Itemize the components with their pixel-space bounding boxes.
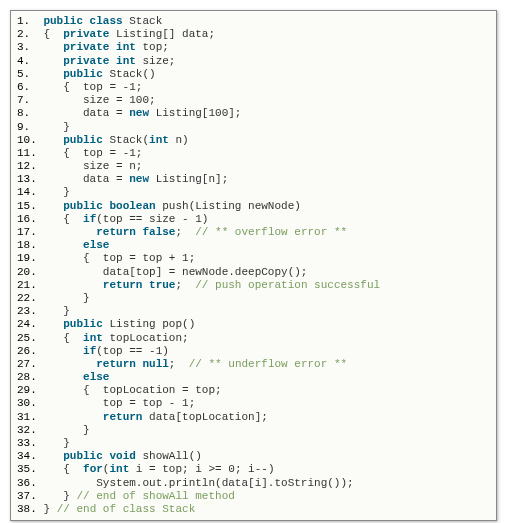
code-text <box>37 371 83 383</box>
code-text: { <box>37 213 83 225</box>
code-text: { top = -1; <box>37 147 143 159</box>
line-number: 17. <box>17 226 37 239</box>
line-number: 7. <box>17 94 30 107</box>
code-line: 31. return data[topLocation]; <box>17 411 490 424</box>
code-line: 11. { top = -1; <box>17 147 490 160</box>
code-line: 17. return false; // ** overflow error *… <box>17 226 490 239</box>
keyword: public class <box>43 15 122 27</box>
code-text: ; <box>175 279 195 291</box>
code-text: Listing[100]; <box>149 107 241 119</box>
keyword: return null <box>96 358 169 370</box>
line-number: 15. <box>17 200 37 213</box>
code-text <box>37 318 63 330</box>
code-line: 2. { private Listing[] data; <box>17 28 490 41</box>
keyword: return <box>103 411 143 423</box>
code-text: ; <box>175 226 195 238</box>
code-line: 36. System.out.println(data[i].toString(… <box>17 477 490 490</box>
keyword: int <box>109 463 129 475</box>
code-text: size = 100; <box>30 94 155 106</box>
code-line: 21. return true; // push operation succe… <box>17 279 490 292</box>
code-text: { topLocation = top; <box>37 384 222 396</box>
code-text <box>37 279 103 291</box>
line-number: 28. <box>17 371 37 384</box>
line-number: 25. <box>17 332 37 345</box>
code-text: { <box>30 28 63 40</box>
code-text: System.out.println(data[i].toString()); <box>37 477 354 489</box>
code-text <box>37 134 63 146</box>
line-number: 35. <box>17 463 37 476</box>
line-number: 32. <box>17 424 37 437</box>
line-number: 5. <box>17 68 30 81</box>
code-text: top = top - 1; <box>37 397 195 409</box>
code-text: } <box>30 121 70 133</box>
code-text <box>37 345 83 357</box>
code-text: i = top; i >= 0; i--) <box>129 463 274 475</box>
code-text: n) <box>169 134 189 146</box>
code-line: 24. public Listing pop() <box>17 318 490 331</box>
code-text: { top = top + 1; <box>37 252 195 264</box>
keyword: for <box>83 463 103 475</box>
code-listing: 1. public class Stack2. { private Listin… <box>10 10 497 521</box>
code-line: 16. { if(top == size - 1) <box>17 213 490 226</box>
code-line: 35. { for(int i = top; i >= 0; i--) <box>17 463 490 476</box>
line-number: 34. <box>17 450 37 463</box>
code-text: size; <box>136 55 176 67</box>
code-line: 30. top = top - 1; <box>17 397 490 410</box>
code-line: 6. { top = -1; <box>17 81 490 94</box>
code-line: 34. public void showAll() <box>17 450 490 463</box>
code-text: topLocation; <box>103 332 189 344</box>
line-number: 33. <box>17 437 37 450</box>
code-line: 37. } // end of showAll method <box>17 490 490 503</box>
code-line: 15. public boolean push(Listing newNode) <box>17 200 490 213</box>
code-text: Stack <box>123 15 163 27</box>
line-number: 26. <box>17 345 37 358</box>
comment: // ** overflow error ** <box>195 226 347 238</box>
code-line: 14. } <box>17 186 490 199</box>
line-number: 16. <box>17 213 37 226</box>
comment: // end of showAll method <box>76 490 234 502</box>
code-line: 38. } // end of class Stack <box>17 503 490 516</box>
keyword: new <box>129 107 149 119</box>
code-line: 33. } <box>17 437 490 450</box>
line-number: 18. <box>17 239 37 252</box>
code-line: 12. size = n; <box>17 160 490 173</box>
line-number: 24. <box>17 318 37 331</box>
line-number: 11. <box>17 147 37 160</box>
keyword: new <box>129 173 149 185</box>
line-number: 23. <box>17 305 37 318</box>
line-number: 21. <box>17 279 37 292</box>
keyword: return true <box>103 279 176 291</box>
keyword: if <box>83 345 96 357</box>
line-number: 13. <box>17 173 37 186</box>
line-number: 38. <box>17 503 37 516</box>
code-text <box>30 68 63 80</box>
code-line: 1. public class Stack <box>17 15 490 28</box>
keyword: int <box>83 332 103 344</box>
code-line: 29. { topLocation = top; <box>17 384 490 397</box>
code-text: top; <box>136 41 169 53</box>
line-number: 8. <box>17 107 30 120</box>
code-line: 23. } <box>17 305 490 318</box>
line-number: 19. <box>17 252 37 265</box>
line-number: 20. <box>17 266 37 279</box>
line-number: 36. <box>17 477 37 490</box>
line-number: 9. <box>17 121 30 134</box>
keyword: public void <box>63 450 136 462</box>
line-number: 30. <box>17 397 37 410</box>
code-text <box>30 41 63 53</box>
code-line: 19. { top = top + 1; <box>17 252 490 265</box>
code-text: data[top] = newNode.deepCopy(); <box>37 266 308 278</box>
code-text <box>37 358 96 370</box>
line-number: 3. <box>17 41 30 54</box>
code-line: 22. } <box>17 292 490 305</box>
line-number: 22. <box>17 292 37 305</box>
code-text: } <box>37 305 70 317</box>
code-text: } <box>37 186 70 198</box>
keyword: if <box>83 213 96 225</box>
code-line: 27. return null; // ** underflow error *… <box>17 358 490 371</box>
code-line: 7. size = 100; <box>17 94 490 107</box>
line-number: 6. <box>17 81 30 94</box>
keyword: private int <box>63 55 136 67</box>
code-text <box>37 411 103 423</box>
code-text: ; <box>169 358 189 370</box>
